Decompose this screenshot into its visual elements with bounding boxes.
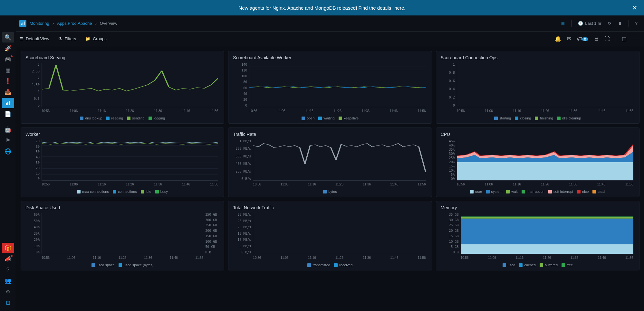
x-axis: 10:5611:0611:1611:2611:3611:4611:56: [42, 255, 203, 261]
svg-rect-6: [21, 24, 22, 25]
legend: max connectionsconnectionsidlebusy: [25, 190, 219, 193]
toolbar: ☰ Default View ⚗ Filters 📁 Groups 🔔 ✉ 🏷0…: [0, 32, 644, 46]
panel-worker[interactable]: Worker 706050403020100 10:5611:0611:1611…: [21, 127, 224, 197]
help-circle-icon[interactable]: ?: [635, 21, 638, 26]
plot-area: [249, 63, 426, 107]
breadcrumb: Monitoring › Apps.Prod.Apache › Overview: [19, 20, 117, 27]
more-icon[interactable]: ⋯: [632, 36, 638, 42]
panel-title: Traffic Rate: [233, 132, 427, 137]
plot-area: [461, 213, 633, 254]
panels-icon[interactable]: ◫: [622, 36, 627, 42]
pause-icon[interactable]: ⏸: [618, 21, 622, 26]
monitor-icon[interactable]: 🖥: [594, 36, 599, 42]
panel-title: Memory: [441, 205, 635, 210]
y-axis: 10.80.60.40.20: [441, 63, 457, 107]
breadcrumb-chart-icon: [19, 20, 26, 27]
breadcrumb-path[interactable]: Apps.Prod.Apache: [57, 21, 92, 26]
svg-rect-12: [461, 244, 633, 254]
rocket-icon[interactable]: 🚀: [2, 43, 14, 53]
megaphone-icon[interactable]: 📣: [2, 254, 14, 264]
folder-icon: 📁: [85, 36, 90, 41]
announcement-banner: New agents for Nginx, Apache and MongoDB…: [0, 0, 644, 15]
gift-icon[interactable]: 🎁: [2, 243, 14, 253]
panel-title: Total Network Traffic: [233, 205, 427, 210]
refresh-icon[interactable]: ⟳: [608, 21, 611, 26]
dashboard-grid: Scoreboard Serving 32.5021.5010.50 10:56…: [0, 46, 644, 275]
y-axis: 45%40%35%30%25%20%15%10%5%0%: [441, 139, 457, 181]
svg-marker-9: [457, 162, 633, 180]
default-view-label: Default View: [26, 36, 49, 41]
document-icon[interactable]: 📄: [2, 109, 14, 119]
panel-title: Disk Space Used: [25, 205, 219, 210]
panel-scoreboard-conn[interactable]: Scoreboard Connection Ops 10.80.60.40.20…: [436, 51, 639, 124]
flag-icon[interactable]: ⚑: [2, 135, 14, 146]
panel-traffic-rate[interactable]: Traffic Rate 1 MB/s800 KB/s600 KB/s400 K…: [228, 127, 432, 197]
filters-label: Filters: [65, 36, 76, 41]
svg-rect-13: [461, 219, 633, 244]
panel-scoreboard-serving[interactable]: Scoreboard Serving 32.5021.5010.50 10:56…: [21, 51, 224, 124]
panel-memory[interactable]: Memory 35 GB30 GB25 GB20 GB15 GB10 GB5 G…: [436, 201, 639, 270]
x-axis: 10:5611:0611:1611:2611:3611:4611:56: [42, 181, 218, 188]
svg-rect-0: [6, 103, 7, 105]
help-icon[interactable]: ?: [2, 265, 14, 275]
panel-title: Scoreboard Serving: [25, 55, 219, 60]
panel-title: Scoreboard Available Worker: [233, 55, 427, 60]
filters-button[interactable]: ⚗ Filters: [58, 36, 76, 41]
panel-scoreboard-available[interactable]: Scoreboard Available Worker 140120100806…: [228, 51, 432, 124]
dashboard-icon[interactable]: 🎮: [2, 54, 14, 64]
panel-title: CPU: [441, 132, 635, 137]
bell-icon[interactable]: 🔔: [555, 36, 561, 42]
legend: usersystemwaitinterruptionsoft interrupt…: [441, 190, 635, 193]
close-icon[interactable]: ✕: [632, 4, 638, 12]
y-axis: 30 MB/s25 MB/s20 MB/s15 MB/s10 MB/s5 MB/…: [233, 213, 253, 254]
svg-rect-7: [22, 23, 23, 25]
apps-icon[interactable]: ⊞: [2, 297, 14, 308]
breadcrumb-root[interactable]: Monitoring: [30, 21, 49, 26]
chevron-right-icon: ›: [53, 21, 54, 26]
svg-rect-14: [461, 217, 633, 219]
time-range-label: Last 1 hr: [585, 21, 601, 26]
chevron-right-icon: ›: [95, 21, 96, 26]
legend: transmittedreceived: [233, 263, 427, 267]
legend: openwaitingkeepalive: [233, 116, 427, 120]
x-axis: 10:5611:0611:1611:2611:3611:4611:56: [457, 181, 633, 188]
y-axis: 706050403020100: [25, 139, 42, 181]
panel-cpu[interactable]: CPU 45%40%35%30%25%20%15%10%5%0% 10:5611…: [436, 127, 639, 197]
grid-icon[interactable]: ▦: [2, 65, 14, 75]
globe-icon[interactable]: 🌐: [2, 146, 14, 156]
svg-rect-2: [9, 101, 10, 105]
mail-icon[interactable]: ✉: [567, 36, 571, 42]
time-range-picker[interactable]: 🕐 Last 1 hr: [578, 21, 601, 26]
robot-icon[interactable]: 🤖: [2, 124, 14, 135]
panel-disk-space[interactable]: Disk Space Used 60%50%40%30%20%10%0% 350…: [21, 201, 224, 270]
alert-icon[interactable]: ❗: [2, 76, 14, 86]
x-axis: 10:5611:0611:1611:2611:3611:4611:56: [457, 108, 633, 114]
chart-icon[interactable]: [2, 98, 14, 108]
default-view-button[interactable]: ☰ Default View: [19, 36, 49, 41]
clock-icon: 🕐: [578, 21, 583, 26]
legend: startingclosingfinishingidle cleanup: [441, 116, 635, 120]
legend: bytes: [233, 190, 427, 193]
y-axis: 140120100806040200: [233, 63, 249, 107]
x-axis: 10:5611:0611:1611:2611:3611:4611:56: [253, 255, 426, 261]
panel-network-traffic[interactable]: Total Network Traffic 30 MB/s25 MB/s20 M…: [228, 201, 432, 270]
plot-area: [42, 139, 218, 181]
gear-icon[interactable]: ⚙: [2, 287, 14, 297]
panel-title: Worker: [25, 132, 219, 137]
badge-count: 0: [582, 37, 588, 41]
y-axis: 60%50%40%30%20%10%0%: [25, 213, 42, 254]
inbox-icon[interactable]: 📥: [2, 87, 14, 97]
layout-grid-icon[interactable]: ⊞: [561, 21, 565, 26]
groups-button[interactable]: 📁 Groups: [85, 36, 107, 41]
tag-icon[interactable]: 🏷0: [577, 36, 588, 42]
legend: used spaceused space (bytes): [25, 263, 219, 267]
search-icon[interactable]: 🔍: [2, 32, 14, 42]
y-axis: 32.5021.5010.50: [25, 63, 42, 107]
groups-label: Groups: [93, 36, 107, 41]
users-icon[interactable]: 👥: [2, 276, 14, 286]
fullscreen-icon[interactable]: ⛶: [605, 36, 610, 42]
x-axis: 10:5611:0611:1611:2611:3611:4611:56: [253, 181, 426, 188]
y-axis-right: 350 GB300 GB250 GB200 GB150 GB100 GB50 G…: [203, 213, 219, 254]
banner-link[interactable]: here.: [394, 5, 405, 11]
legend: usedcachedbufferedfree: [441, 263, 635, 267]
